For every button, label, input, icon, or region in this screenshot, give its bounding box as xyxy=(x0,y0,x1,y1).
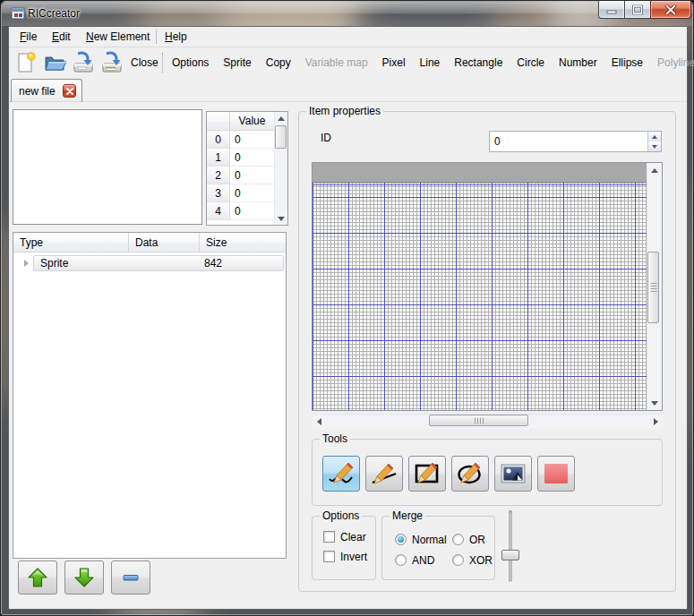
freehand-tool-icon xyxy=(328,461,355,486)
move-up-button[interactable] xyxy=(18,560,57,595)
triangle-left-icon xyxy=(317,418,321,425)
sprite-size-cell: 842 xyxy=(204,257,222,270)
canvas-horizontal-scrollbar[interactable] xyxy=(312,414,663,429)
menu-help[interactable]: Help xyxy=(161,27,191,47)
spin-up-button[interactable] xyxy=(647,132,661,141)
clear-checkbox[interactable] xyxy=(323,531,335,543)
spin-down-button[interactable] xyxy=(647,141,661,151)
invert-checkbox[interactable] xyxy=(323,551,335,562)
id-input[interactable] xyxy=(490,132,647,151)
element-list: Type Data Size Sprite 842 xyxy=(13,232,287,559)
toolbar-line-button[interactable]: Line xyxy=(420,56,441,69)
tab-close-icon xyxy=(65,87,73,95)
toolbar-separator xyxy=(162,53,163,73)
value-cell[interactable]: 0 xyxy=(230,184,274,202)
merge-and-radio[interactable] xyxy=(395,554,407,566)
toolbar-polyline-button[interactable]: Polyline xyxy=(657,56,694,69)
merge-and-label: AND xyxy=(412,554,434,567)
triangle-up-icon xyxy=(278,116,285,121)
rectangle-tool-icon xyxy=(414,461,441,486)
scrollbar-thumb[interactable] xyxy=(275,125,287,149)
move-down-icon xyxy=(73,567,95,588)
scroll-down-button[interactable] xyxy=(274,212,287,225)
toolbar-copy-button[interactable]: Copy xyxy=(266,56,291,69)
menu-new-element[interactable]: New Element xyxy=(82,27,153,47)
new-file-button[interactable] xyxy=(13,50,39,75)
id-label: ID xyxy=(321,132,331,144)
tab-close-button[interactable] xyxy=(63,84,76,98)
open-file-icon xyxy=(43,51,66,74)
value-column-header: Value xyxy=(230,112,274,131)
column-header-data[interactable]: Data xyxy=(129,233,200,252)
window-title: RICcreator xyxy=(28,7,80,20)
zoom-slider-track[interactable] xyxy=(509,510,512,582)
scroll-right-button[interactable] xyxy=(648,414,663,429)
row-header: 1 xyxy=(207,149,230,167)
move-down-button[interactable] xyxy=(64,560,104,595)
remove-button[interactable] xyxy=(111,560,150,595)
merge-or-radio[interactable] xyxy=(452,534,464,545)
toolbar-number-button[interactable]: Number xyxy=(559,56,597,69)
toolbar-sprite-button[interactable]: Sprite xyxy=(223,56,251,69)
scroll-up-button[interactable] xyxy=(647,163,662,177)
scroll-left-button[interactable] xyxy=(312,414,326,429)
options-group: Options Clear Invert xyxy=(312,516,376,580)
move-up-icon xyxy=(27,567,48,588)
list-item-sprite[interactable]: Sprite 842 xyxy=(33,255,284,271)
value-table: Value 0 0 1 0 2 0 3 0 4 xyxy=(206,111,288,226)
tabbar-baseline xyxy=(9,101,687,102)
column-header-size[interactable]: Size xyxy=(200,233,286,252)
fill-tool-button[interactable] xyxy=(537,456,575,492)
toolbar-variable-map-button[interactable]: Variable map xyxy=(305,56,368,69)
menu-edit[interactable]: Edit xyxy=(48,27,74,47)
value-cell[interactable]: 0 xyxy=(230,149,274,167)
scrollbar-thumb[interactable] xyxy=(429,415,528,426)
expander-icon[interactable] xyxy=(24,260,29,267)
zoom-slider-thumb[interactable] xyxy=(501,550,519,560)
value-table-scrollbar[interactable] xyxy=(274,112,287,225)
maximize-button[interactable] xyxy=(624,1,651,19)
scroll-down-button[interactable] xyxy=(647,396,662,410)
maximize-icon xyxy=(632,4,643,14)
value-cell[interactable]: 0 xyxy=(230,167,274,184)
toolbar-options-button[interactable]: Options xyxy=(172,56,209,69)
rectangle-tool-button[interactable] xyxy=(408,456,446,492)
merge-xor-radio[interactable] xyxy=(452,554,464,566)
group-label: Merge xyxy=(390,509,425,522)
menu-separator xyxy=(156,30,157,44)
close-document-button[interactable]: Close xyxy=(131,47,159,78)
line-tool-icon xyxy=(371,461,398,486)
value-cell[interactable]: 0 xyxy=(230,202,274,220)
desktop-background: RICcreator File Edit New Element xyxy=(0,0,694,616)
canvas-vertical-scrollbar[interactable] xyxy=(647,163,662,410)
toolbar-rectangle-button[interactable]: Rectangle xyxy=(454,56,502,69)
image-tool-icon xyxy=(501,464,526,483)
column-header-type[interactable]: Type xyxy=(13,233,129,252)
toolbar-pixel-button[interactable]: Pixel xyxy=(382,56,406,69)
row-header: 2 xyxy=(207,167,230,184)
image-tool-button[interactable] xyxy=(494,456,532,492)
toolbar-ellipse-button[interactable]: Ellipse xyxy=(612,56,643,69)
minimize-button[interactable] xyxy=(598,1,625,19)
group-label: Options xyxy=(320,509,362,522)
tab-new-file[interactable]: new file xyxy=(11,79,82,102)
line-tool-button[interactable] xyxy=(365,456,403,492)
scroll-up-button[interactable] xyxy=(274,112,287,124)
freehand-tool-button[interactable] xyxy=(322,456,360,492)
open-file-button[interactable] xyxy=(42,50,67,75)
close-button[interactable] xyxy=(650,1,691,19)
save-button[interactable] xyxy=(71,50,96,75)
table-row: 0 0 xyxy=(207,131,274,149)
toolbar-circle-button[interactable]: Circle xyxy=(517,56,544,69)
drawing-grid[interactable] xyxy=(313,183,647,410)
window-client-area: File Edit New Element Help xyxy=(8,26,688,610)
id-spinbox xyxy=(489,131,662,152)
save-as-button[interactable] xyxy=(99,50,124,75)
sprite-preview xyxy=(13,109,202,225)
value-cell[interactable]: 0 xyxy=(230,131,274,149)
save-as-icon xyxy=(100,51,124,74)
scrollbar-thumb[interactable] xyxy=(647,252,659,323)
ellipse-tool-button[interactable] xyxy=(451,456,489,492)
merge-normal-radio[interactable] xyxy=(395,534,407,545)
menu-file[interactable]: File xyxy=(16,27,40,47)
